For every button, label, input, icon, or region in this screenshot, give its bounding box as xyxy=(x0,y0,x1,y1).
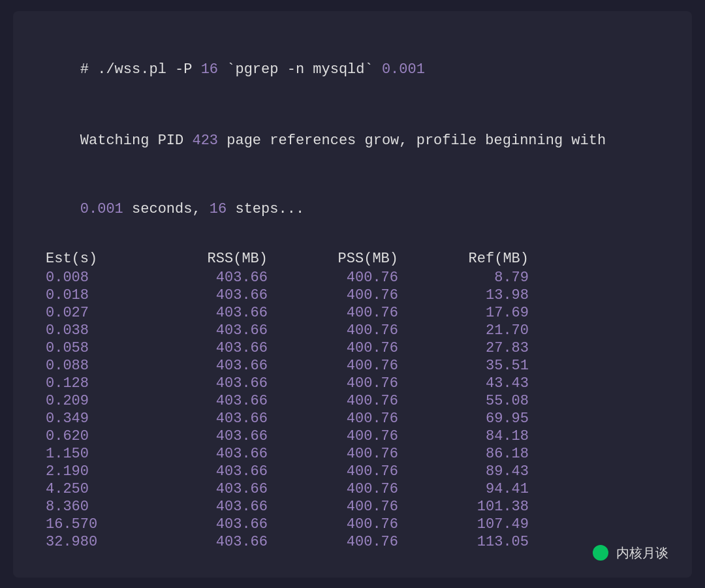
table-cell: 2.190 xyxy=(46,463,150,480)
table-cell: 403.66 xyxy=(150,340,281,356)
options-text1: seconds, xyxy=(123,201,210,217)
table-cell: 0.038 xyxy=(46,322,150,339)
table-cell: 403.66 xyxy=(150,463,281,480)
watching-text2: page references grow, profile beginning … xyxy=(218,132,606,149)
table-cell: 403.66 xyxy=(150,375,281,392)
table-row: 0.058403.66400.7627.83 xyxy=(46,340,659,356)
table-cell: 32.980 xyxy=(46,534,150,550)
table-cell: 0.349 xyxy=(46,410,150,427)
table-cell: 400.76 xyxy=(281,446,411,462)
table-cell: 400.76 xyxy=(281,393,411,409)
command-prefix: # ./wss.pl -P xyxy=(80,61,201,78)
table-cell: 35.51 xyxy=(411,358,542,374)
table-row: 0.128403.66400.7643.43 xyxy=(46,375,659,392)
table-row: 0.209403.66400.7655.08 xyxy=(46,393,659,409)
table-row: 4.250403.66400.7694.41 xyxy=(46,481,659,497)
table-cell: 400.76 xyxy=(281,322,411,339)
table-cell: 403.66 xyxy=(150,446,281,462)
table-cell: 400.76 xyxy=(281,534,411,550)
table-cell: 403.66 xyxy=(150,305,281,321)
table-cell: 400.76 xyxy=(281,410,411,427)
table-cell: 8.79 xyxy=(411,270,542,286)
table-cell: 0.018 xyxy=(46,287,150,303)
table-row: 1.150403.66400.7686.18 xyxy=(46,446,659,462)
table-header: Est(s) RSS(MB) PSS(MB) Ref(MB) xyxy=(46,251,659,267)
table-cell: 4.250 xyxy=(46,481,150,497)
table-cell: 94.41 xyxy=(411,481,542,497)
table-cell: 0.008 xyxy=(46,270,150,286)
table-cell: 400.76 xyxy=(281,375,411,392)
table-cell: 113.05 xyxy=(411,534,542,550)
table-cell: 69.95 xyxy=(411,410,542,427)
table-row: 2.190403.66400.7689.43 xyxy=(46,463,659,480)
table-cell: 0.620 xyxy=(46,428,150,444)
table-cell: 400.76 xyxy=(281,358,411,374)
table-cell: 403.66 xyxy=(150,499,281,515)
table-cell: 403.66 xyxy=(150,534,281,550)
col-header-rss: RSS(MB) xyxy=(150,251,281,267)
table-cell: 89.43 xyxy=(411,463,542,480)
table-cell: 0.027 xyxy=(46,305,150,321)
table-row: 0.349403.66400.7669.95 xyxy=(46,410,659,427)
table-cell: 400.76 xyxy=(281,340,411,356)
table-cell: 400.76 xyxy=(281,516,411,533)
table-cell: 403.66 xyxy=(150,322,281,339)
wechat-icon xyxy=(593,545,608,561)
table-cell: 403.66 xyxy=(150,481,281,497)
table-cell: 8.360 xyxy=(46,499,150,515)
pid-number: 16 xyxy=(201,61,218,78)
watching-text1: Watching PID xyxy=(80,132,193,149)
table-row: 16.570403.66400.76107.49 xyxy=(46,516,659,533)
options-text2: steps... xyxy=(227,201,304,217)
col-header-ref: Ref(MB) xyxy=(411,251,542,267)
table-row: 32.980403.66400.76113.05 xyxy=(46,534,659,550)
table-cell: 84.18 xyxy=(411,428,542,444)
table-cell: 13.98 xyxy=(411,287,542,303)
terminal-window: # ./wss.pl -P 16 `pgrep -n mysqld` 0.001… xyxy=(13,11,692,578)
command-line: # ./wss.pl -P 16 `pgrep -n mysqld` 0.001 xyxy=(46,37,659,102)
table-row: 8.360403.66400.76101.38 xyxy=(46,499,659,515)
table-row: 0.018403.66400.7613.98 xyxy=(46,287,659,303)
table-cell: 400.76 xyxy=(281,481,411,497)
table-cell: 0.209 xyxy=(46,393,150,409)
options-steps: 16 xyxy=(210,201,227,217)
table-row: 0.027403.66400.7617.69 xyxy=(46,305,659,321)
table-cell: 400.76 xyxy=(281,499,411,515)
table-cell: 403.66 xyxy=(150,358,281,374)
table-cell: 403.66 xyxy=(150,410,281,427)
table-cell: 17.69 xyxy=(411,305,542,321)
table-cell: 403.66 xyxy=(150,270,281,286)
table-cell: 0.088 xyxy=(46,358,150,374)
watermark: 内核月谈 xyxy=(593,544,668,562)
table-cell: 55.08 xyxy=(411,393,542,409)
table-cell: 400.76 xyxy=(281,270,411,286)
table-cell: 0.058 xyxy=(46,340,150,356)
table-cell: 43.43 xyxy=(411,375,542,392)
table-body: 0.008403.66400.768.790.018403.66400.7613… xyxy=(46,270,659,550)
table-row: 0.088403.66400.7635.51 xyxy=(46,358,659,374)
table-cell: 403.66 xyxy=(150,516,281,533)
table-cell: 86.18 xyxy=(411,446,542,462)
table-row: 0.008403.66400.768.79 xyxy=(46,270,659,286)
table-cell: 27.83 xyxy=(411,340,542,356)
table-cell: 0.128 xyxy=(46,375,150,392)
table-cell: 400.76 xyxy=(281,463,411,480)
table-cell: 403.66 xyxy=(150,287,281,303)
table-cell: 400.76 xyxy=(281,287,411,303)
table-cell: 403.66 xyxy=(150,393,281,409)
options-line: 0.001 seconds, 16 steps... xyxy=(46,177,659,241)
table-cell: 107.49 xyxy=(411,516,542,533)
table-cell: 1.150 xyxy=(46,446,150,462)
table-cell: 101.38 xyxy=(411,499,542,515)
table-cell: 403.66 xyxy=(150,428,281,444)
watermark-label: 内核月谈 xyxy=(616,546,668,560)
table-cell: 16.570 xyxy=(46,516,150,533)
options-interval: 0.001 xyxy=(80,201,123,217)
table-cell: 400.76 xyxy=(281,305,411,321)
interval-value: 0.001 xyxy=(382,61,425,78)
table-row: 0.038403.66400.7621.70 xyxy=(46,322,659,339)
col-header-pss: PSS(MB) xyxy=(281,251,411,267)
table-cell: 400.76 xyxy=(281,428,411,444)
backtick-cmd: `pgrep -n mysqld` xyxy=(218,61,382,78)
table-row: 0.620403.66400.7684.18 xyxy=(46,428,659,444)
